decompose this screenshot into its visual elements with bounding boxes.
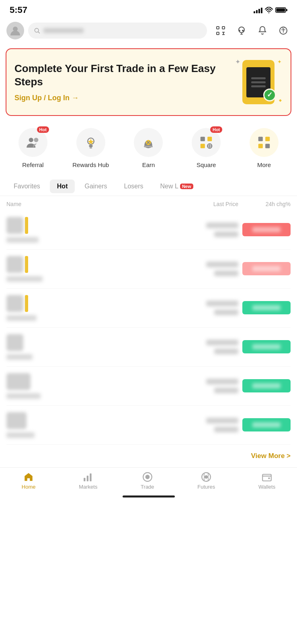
header (0, 19, 297, 44)
nav-markets[interactable]: Markets (79, 472, 97, 490)
rewards-hub-icon (83, 135, 98, 150)
view-more-button[interactable]: View More > (0, 445, 297, 467)
table-row[interactable] (6, 250, 291, 289)
avatar[interactable] (6, 22, 24, 39)
svg-rect-7 (217, 27, 219, 29)
markets-icon (83, 472, 93, 482)
square-label: Square (197, 161, 216, 169)
banner-illustration: ✦ ◆ ✓ ✦ (234, 58, 283, 106)
rewards-hub-label: Rewards Hub (72, 161, 109, 169)
svg-rect-9 (217, 32, 219, 35)
col-change-header: 24h chg% (238, 201, 291, 207)
svg-point-17 (29, 138, 33, 142)
sparkle-icon-2: ◆ (279, 98, 282, 102)
svg-rect-2 (286, 9, 287, 11)
tab-favorites[interactable]: Favorites (6, 180, 47, 193)
nav-home[interactable]: Home (22, 472, 36, 490)
quick-actions: Hot Referral Rewards Hub (0, 120, 297, 173)
home-indicator (123, 495, 175, 497)
banner-title: Complete Your First Trade in a Few Easy … (14, 62, 234, 88)
svg-rect-33 (90, 473, 92, 481)
table-row[interactable] (6, 289, 291, 328)
svg-point-18 (34, 138, 38, 142)
wallets-icon (262, 472, 272, 482)
square-icon-wrap: Hot (192, 128, 221, 157)
table-row[interactable] (6, 211, 291, 250)
status-time: 5:57 (10, 5, 27, 15)
sparkle-icon-3: ✦ (235, 58, 240, 66)
tab-hot[interactable]: Hot (50, 180, 75, 193)
tab-new-listings[interactable]: New LNew (153, 180, 201, 193)
square-icon (199, 135, 214, 150)
svg-rect-26 (201, 144, 205, 148)
promo-banner[interactable]: Complete Your First Trade in a Few Easy … (6, 48, 291, 116)
nav-home-label: Home (22, 484, 36, 490)
nav-wallets[interactable]: Wallets (258, 472, 275, 490)
svg-point-37 (205, 475, 208, 479)
col-price-header: Last Price (145, 201, 238, 207)
tab-losers[interactable]: Losers (117, 180, 150, 193)
table-row[interactable] (6, 328, 291, 367)
svg-rect-20 (89, 145, 93, 147)
rewards-hub-icon-wrap (76, 128, 105, 157)
tab-gainers[interactable]: Gainers (77, 180, 114, 193)
svg-rect-29 (258, 144, 263, 148)
svg-rect-8 (222, 27, 225, 29)
bottom-nav: Home Markets Trade Futures Walle (0, 467, 297, 493)
nav-trade[interactable]: Trade (141, 472, 154, 490)
referral-icon-wrap: Hot (18, 128, 47, 157)
svg-point-35 (145, 475, 150, 479)
col-name-header: Name (6, 201, 145, 207)
nav-wallets-label: Wallets (258, 484, 275, 490)
earn-icon (141, 135, 156, 150)
notification-button[interactable] (255, 23, 270, 38)
referral-icon (25, 135, 41, 150)
hot-badge-square: Hot (210, 126, 222, 133)
quick-action-more[interactable]: More (242, 128, 286, 169)
quick-action-earn[interactable]: Earn (126, 128, 170, 169)
user-icon (10, 25, 21, 36)
status-icons (254, 7, 287, 13)
earn-icon-wrap (134, 128, 163, 157)
nav-markets-label: Markets (79, 484, 97, 490)
scan-button[interactable] (213, 23, 228, 38)
quick-action-referral[interactable]: Hot Referral (11, 128, 55, 169)
support-button[interactable] (234, 23, 249, 38)
banner-cta[interactable]: Sign Up / Log In → (14, 94, 234, 102)
quick-action-square[interactable]: Hot Square (184, 128, 228, 169)
sparkle-icon: ✦ (277, 59, 282, 65)
search-icon (34, 27, 40, 34)
quick-action-rewards-hub[interactable]: Rewards Hub (69, 128, 113, 169)
status-bar: 5:57 (0, 0, 297, 19)
svg-point-0 (268, 12, 270, 13)
svg-rect-21 (90, 147, 92, 149)
svg-rect-32 (87, 475, 88, 481)
market-tabs: Favorites Hot Gainers Losers New LNew (0, 177, 297, 196)
gift-icon (279, 26, 288, 35)
svg-rect-23 (144, 146, 153, 147)
svg-rect-30 (265, 144, 270, 148)
table-row[interactable] (6, 406, 291, 445)
more-icon (256, 135, 272, 150)
banner-content: Complete Your First Trade in a Few Easy … (14, 62, 234, 102)
more-icon-wrap (250, 128, 279, 157)
battery-icon (275, 7, 287, 13)
signal-icon (254, 7, 262, 13)
referral-label: Referral (22, 161, 43, 169)
nav-futures[interactable]: Futures (197, 472, 215, 490)
svg-rect-27 (258, 137, 263, 141)
earn-label: Earn (142, 161, 155, 169)
checkmark-icon: ✓ (263, 89, 276, 101)
header-icons (213, 23, 291, 38)
svg-rect-25 (207, 137, 212, 141)
more-label: More (257, 161, 271, 169)
table-row[interactable] (6, 367, 291, 406)
scan-icon (216, 26, 225, 35)
wifi-icon (265, 7, 273, 13)
svg-rect-38 (262, 474, 271, 481)
gift-button[interactable] (276, 23, 291, 38)
search-bar[interactable] (28, 23, 207, 39)
table-header: Name Last Price 24h chg% (6, 196, 291, 211)
market-table: Name Last Price 24h chg% (0, 196, 297, 445)
nav-futures-label: Futures (197, 484, 215, 490)
